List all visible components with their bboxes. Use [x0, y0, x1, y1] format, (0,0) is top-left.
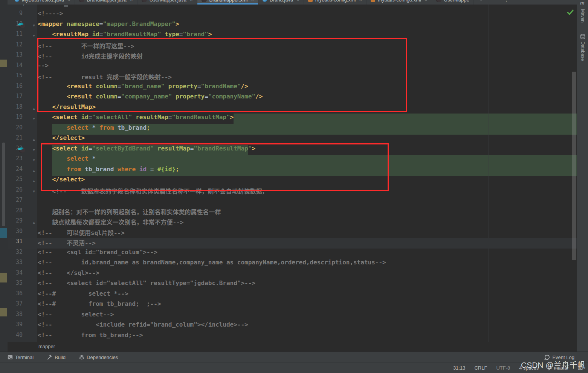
fold-marker[interactable]: ▾	[31, 145, 37, 155]
close-icon[interactable]: ×	[251, 0, 254, 2]
line-number: 11	[8, 31, 23, 37]
code-text: 缺点就是每次都要定义一次别名，非常不方便-->	[38, 217, 183, 226]
code-line-36[interactable]: 36<!--# select *-->	[8, 290, 577, 301]
tool-button-maven[interactable]: Maven	[580, 9, 585, 23]
line-number: 34	[8, 269, 23, 276]
stripe-scrollbar-thumb[interactable]	[2, 143, 5, 226]
breadcrumb-bar: mapper	[8, 342, 577, 352]
tab-label: Brand.java	[270, 0, 293, 3]
code-text: select * from tb_brand;	[38, 124, 150, 131]
code-line-20[interactable]: 20 select * from tb_brand;	[8, 124, 577, 135]
line-number: 14	[8, 62, 23, 69]
line-number: 35	[8, 279, 23, 286]
code-line-34[interactable]: 34<!-- </sql>-->	[8, 269, 577, 280]
code-line-32[interactable]: 32<!-- <sql id="brand_colum">-->	[8, 249, 577, 259]
line-number: 21	[8, 134, 23, 141]
tab-mybatis-configo.xml[interactable]: mybatis-configo.xml×	[367, 0, 432, 5]
line-number: 26	[8, 186, 23, 193]
code-line-29[interactable]: 29▴ 缺点就是每次都要定义一次别名，非常不方便-->	[8, 217, 577, 228]
line-number: 20	[8, 124, 23, 131]
tab-BrandMapper.xml[interactable]: BrandMapper.xml×	[197, 0, 258, 5]
code-line-40[interactable]: 40<!-- from tb_brand;-->	[8, 332, 577, 342]
line-number: 27	[8, 196, 23, 203]
code-line-28[interactable]: 28 起别名：对不一样的列明起别名，让别名和实体类的属性名一样	[8, 207, 577, 218]
tab-label: mybatis-configo.xml	[378, 0, 421, 3]
code-line-10[interactable]: 10▾<mapper namespace="mapper.BrandMapper…	[8, 20, 577, 31]
file-encoding[interactable]: UTF-8	[496, 365, 510, 371]
tab-list: MyBatisTest01.java×BrandMapper.java×User…	[11, 0, 474, 5]
code-line-9[interactable]: 9<!---->	[8, 10, 577, 20]
breadcrumb-item-mapper[interactable]: mapper	[38, 344, 55, 349]
code-line-30[interactable]: 30<!-- 可以使用sql片段-->	[8, 228, 577, 238]
tab-MyBatisTest01.java[interactable]: MyBatisTest01.java×	[11, 0, 75, 5]
tab-mybatis-config.xml[interactable]: mybatis-config.xml×	[304, 0, 367, 5]
code-line-37[interactable]: 37<!--# from tb_brand; ;-->	[8, 300, 577, 311]
close-icon[interactable]: ×	[425, 0, 428, 2]
fold-marker[interactable]: ▾	[23, 5, 25, 7]
code-line-38[interactable]: 38<!-- select-->	[8, 311, 577, 321]
fold-marker[interactable]: ▾	[31, 186, 37, 197]
stripe-mark-olive-1	[0, 60, 7, 67]
tab-UserMapper.java[interactable]: UserMapper.java×	[137, 0, 197, 5]
hammer-icon	[47, 355, 52, 360]
close-icon[interactable]: ×	[359, 0, 362, 2]
tool-button-terminal[interactable]: Terminal	[8, 355, 34, 360]
mybatis-file-icon	[79, 0, 84, 2]
tab-label: BrandMapper.java	[87, 0, 127, 3]
editor-scrollbar-thumb[interactable]	[572, 72, 576, 260]
inspections-ok-checkmark-icon[interactable]	[567, 9, 574, 15]
code-text: <!--# from tb_brand; ;-->	[38, 300, 161, 307]
status-bar: 31:13 CRLF UTF-8 4 spaces master	[0, 362, 588, 373]
tab-label: MyBatisTest01.java	[22, 0, 64, 3]
close-icon[interactable]: ×	[130, 0, 133, 2]
code-line-19[interactable]: 19▾ <select id="selectAll" resultMap="br…	[8, 114, 577, 124]
tab-list-dropdown-icon[interactable]	[479, 0, 483, 1]
close-icon[interactable]: ×	[296, 0, 299, 2]
line-number: 33	[8, 259, 23, 266]
code-line-31[interactable]: 31<!-- 不灵活-->	[8, 238, 577, 249]
tab-label: UserMapper.java	[150, 0, 186, 3]
line-separator[interactable]: CRLF	[474, 365, 487, 371]
close-icon[interactable]: ×	[67, 0, 70, 2]
java-class-file-icon	[15, 0, 19, 2]
tool-button-database[interactable]: Database	[580, 41, 585, 61]
code-line-33[interactable]: 33<!-- id,brand_name as brandName,compan…	[8, 259, 577, 269]
line-number: 32	[8, 249, 23, 255]
line-number: 13	[8, 51, 23, 58]
tool-button-build[interactable]: Build	[47, 355, 66, 360]
fold-marker[interactable]: ▴	[31, 176, 37, 186]
line-number: 24	[8, 166, 23, 172]
line-number: 37	[8, 300, 23, 307]
fold-marker[interactable]: ▴	[31, 166, 37, 176]
fold-marker[interactable]: ▾	[31, 31, 37, 41]
tab-UserMappe[interactable]: UserMappe	[432, 0, 474, 5]
caret-position[interactable]: 31:13	[453, 365, 466, 371]
line-number: 25	[8, 176, 23, 183]
stripe-mark-olive-3	[0, 308, 7, 316]
code-text: <mapper namespace="mapper.BrandMapper">	[38, 20, 179, 28]
tab-BrandMapper.java[interactable]: BrandMapper.java×	[75, 0, 137, 5]
fold-marker[interactable]: ▾	[31, 114, 37, 124]
line-number: 38	[8, 311, 23, 318]
code-line-27[interactable]: 27	[8, 196, 577, 207]
line-number: 40	[8, 332, 23, 338]
fold-marker[interactable]: ▴	[31, 103, 37, 114]
line-number: 18	[8, 103, 23, 110]
tool-button-dependencies[interactable]: Dependencies	[79, 355, 118, 360]
code-text: <!-- </sql>-->	[38, 269, 99, 276]
fold-marker[interactable]: ▴	[31, 134, 37, 145]
csdn-watermark: CSDN @兰舟千帆	[521, 359, 585, 370]
fold-marker[interactable]: ▴	[31, 217, 37, 228]
right-tool-stripe: m Maven Database	[577, 0, 588, 352]
line-number: 30	[8, 228, 23, 235]
line-number: 16	[8, 83, 23, 89]
tab-Brand.java[interactable]: Brand.java×	[258, 0, 304, 5]
fold-marker[interactable]: ▾	[31, 20, 37, 31]
stripe-mark-olive-2	[0, 273, 7, 282]
close-icon[interactable]: ×	[190, 0, 193, 2]
tab-more-icon[interactable]: ⋮	[504, 0, 509, 3]
code-text: <select id="selectAll" resultMap="brandR…	[38, 114, 234, 121]
code-line-39[interactable]: 39<!-- <include refid="brand_colum"></in…	[8, 321, 577, 332]
code-line-35[interactable]: 35<!-- <select id="selectAll" resultType…	[8, 279, 577, 290]
fold-marker[interactable]: ▾	[31, 155, 37, 166]
